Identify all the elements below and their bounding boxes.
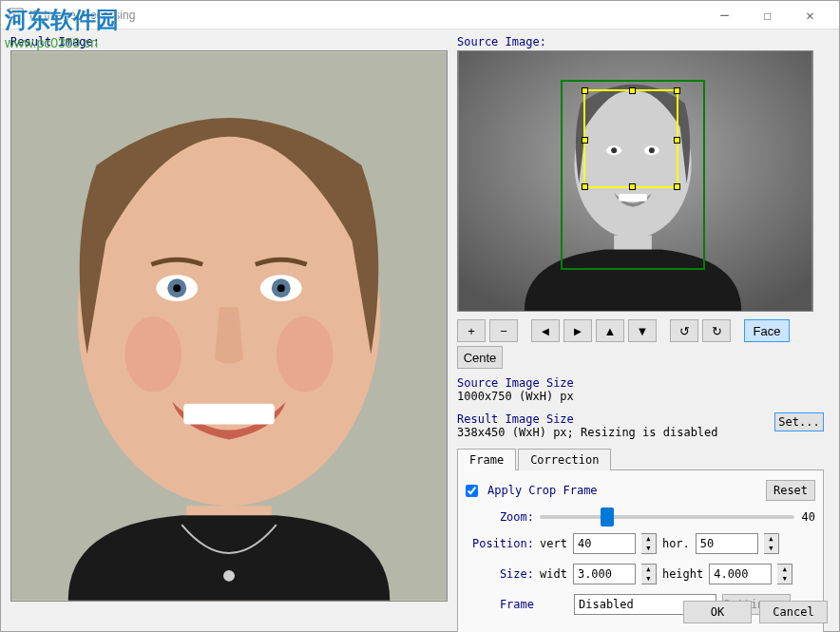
- source-image[interactable]: [457, 50, 813, 312]
- result-image: [10, 50, 448, 602]
- handle-tr[interactable]: [674, 87, 680, 94]
- maximize-button[interactable]: ☐: [746, 2, 789, 29]
- handle-bl[interactable]: [582, 183, 588, 190]
- size-label: Size:: [466, 567, 534, 581]
- height-down[interactable]: ▼: [777, 574, 792, 584]
- tab-correction[interactable]: Correction: [518, 449, 611, 470]
- titlebar: ID Image Processing ─ ☐ ✕: [1, 1, 839, 29]
- handle-mr[interactable]: [674, 137, 680, 144]
- app-icon: [9, 8, 24, 23]
- ratio-label: Frame: [466, 598, 534, 611]
- apply-crop-checkbox[interactable]: [466, 485, 478, 497]
- height-input[interactable]: [709, 564, 772, 584]
- handle-br[interactable]: [674, 183, 680, 190]
- svg-point-17: [277, 316, 334, 393]
- face-detect-button[interactable]: Face: [744, 319, 790, 342]
- zoom-in-button[interactable]: +: [457, 319, 486, 342]
- result-face-portrait: [11, 51, 447, 601]
- handle-tl[interactable]: [582, 87, 588, 94]
- move-down-button[interactable]: ▼: [628, 319, 657, 342]
- rotate-cw-button[interactable]: ↻: [702, 319, 731, 342]
- close-button[interactable]: ✕: [789, 2, 831, 29]
- hor-label: hor.: [662, 537, 690, 550]
- height-label: height: [662, 567, 703, 581]
- toolbar: + − ◄ ► ▲ ▼ ↺ ↻ Face Cente: [457, 319, 824, 369]
- rotate-ccw-button[interactable]: ↺: [670, 319, 698, 342]
- position-label: Position:: [466, 537, 534, 550]
- set-button[interactable]: Set...: [774, 412, 824, 431]
- svg-point-9: [173, 284, 181, 292]
- result-label: Result Image:: [10, 35, 448, 48]
- zoom-slider[interactable]: [540, 515, 794, 519]
- tab-frame[interactable]: Frame: [457, 449, 516, 470]
- move-left-button[interactable]: ◄: [531, 319, 560, 342]
- hor-down[interactable]: ▼: [764, 544, 778, 553]
- svg-point-16: [124, 316, 181, 393]
- svg-rect-2: [17, 10, 21, 14]
- hor-input[interactable]: [696, 533, 758, 554]
- result-size-value: 338x450 (WxH) px; Resizing is disabled: [457, 426, 824, 439]
- height-up[interactable]: ▲: [777, 565, 792, 574]
- cancel-button[interactable]: Cancel: [759, 601, 828, 623]
- minimize-button[interactable]: ─: [703, 2, 746, 29]
- hor-up[interactable]: ▲: [764, 534, 778, 544]
- svg-rect-3: [11, 16, 15, 20]
- source-label: Source Image:: [457, 35, 824, 48]
- vert-down[interactable]: ▼: [641, 544, 656, 553]
- tabs: Frame Correction: [457, 449, 824, 470]
- svg-rect-1: [11, 10, 15, 14]
- ok-button[interactable]: OK: [683, 601, 752, 623]
- apply-crop-label: Apply Crop Frame: [487, 484, 598, 497]
- zoom-slider-thumb[interactable]: [601, 508, 614, 527]
- reset-button[interactable]: Reset: [766, 480, 815, 501]
- zoom-out-button[interactable]: −: [489, 319, 518, 342]
- width-up[interactable]: ▲: [641, 565, 656, 574]
- width-down[interactable]: ▼: [641, 574, 656, 584]
- vert-up[interactable]: ▲: [641, 534, 656, 544]
- result-size-label: Result Image Size: [457, 412, 574, 426]
- svg-rect-4: [17, 16, 21, 20]
- move-right-button[interactable]: ►: [563, 319, 592, 342]
- move-up-button[interactable]: ▲: [596, 319, 624, 342]
- handle-tc[interactable]: [629, 87, 636, 94]
- source-size-value: 1000x750 (WxH) px: [457, 390, 824, 403]
- handle-ml[interactable]: [582, 137, 588, 144]
- vert-input[interactable]: [573, 533, 636, 554]
- svg-rect-13: [183, 404, 275, 425]
- svg-point-12: [277, 284, 285, 292]
- zoom-value: 40: [802, 510, 815, 524]
- vert-label: vert: [540, 537, 567, 550]
- zoom-label: Zoom:: [466, 510, 534, 524]
- handle-bc[interactable]: [629, 183, 636, 190]
- window-title: ID Image Processing: [29, 9, 703, 22]
- width-label: widt: [540, 567, 567, 581]
- source-size-label: Source Image Size: [457, 376, 824, 390]
- svg-point-15: [223, 570, 235, 582]
- center-button[interactable]: Cente: [457, 346, 503, 369]
- crop-frame-inner[interactable]: [583, 89, 678, 188]
- width-input[interactable]: [573, 564, 636, 584]
